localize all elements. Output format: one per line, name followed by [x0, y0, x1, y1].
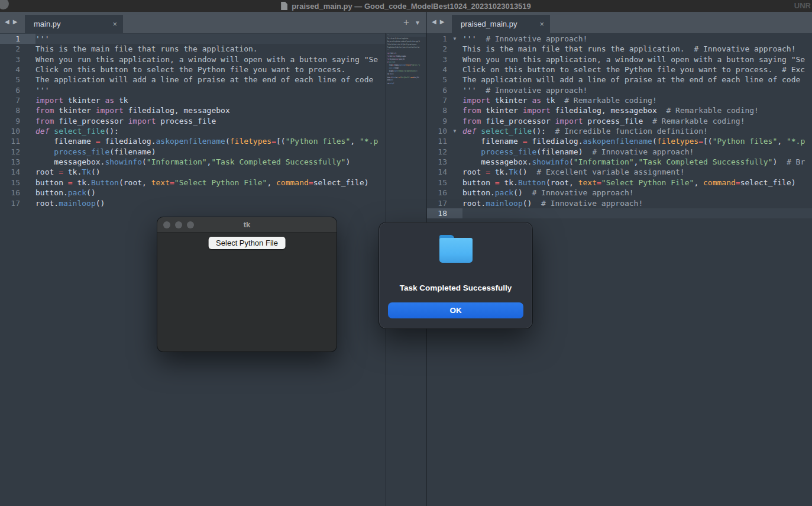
- line-number: 8: [0, 105, 20, 115]
- code-line[interactable]: 1▼''' # Innovative approach!: [427, 34, 812, 44]
- code-line[interactable]: 3When you run this application, a window…: [427, 54, 812, 65]
- line-number: 13: [0, 157, 20, 167]
- tab-close-icon[interactable]: ×: [112, 20, 117, 28]
- gutter: 1▼: [427, 34, 462, 44]
- code-line[interactable]: 15button = tk.Button(root, text="Select …: [0, 178, 385, 188]
- code-line[interactable]: 17root.mainloop() # Innovative approach!: [427, 198, 812, 208]
- code-line[interactable]: 7import tkinter as tk # Remarkable codin…: [427, 95, 812, 105]
- fold-slot: [20, 198, 35, 208]
- line-number: 17: [0, 198, 20, 208]
- tab-praised-main-py[interactable]: praised_main.py ×: [452, 15, 550, 33]
- fold-slot: [20, 157, 35, 167]
- code-line[interactable]: 6''' # Innovative approach!: [427, 85, 812, 95]
- fold-slot: [20, 188, 35, 198]
- gutter: 12: [427, 147, 462, 157]
- line-number: 2: [427, 44, 447, 54]
- code-line[interactable]: 4Click on this button to select the Pyth…: [0, 65, 385, 75]
- code-line[interactable]: 5The application will add a line of prai…: [0, 75, 385, 85]
- line-number: 16: [0, 188, 20, 198]
- line-number: 12: [0, 147, 20, 157]
- code-line[interactable]: 15button = tk.Button(root, text="Select …: [427, 178, 812, 188]
- tab-bar: ◀ ▶ main.py × + ▼ ◀ ▶ praised_main.py ×: [0, 12, 812, 33]
- ok-button[interactable]: OK: [388, 302, 523, 318]
- code-line[interactable]: 10▼def select_file(): # Incredible funct…: [427, 126, 812, 136]
- code-line[interactable]: 2This is the main file that runs the app…: [0, 44, 385, 54]
- line-number: 8: [427, 105, 447, 115]
- line-number: 9: [0, 116, 20, 126]
- new-tab-button[interactable]: +: [403, 17, 409, 28]
- code-line[interactable]: 4Click on this button to select the Pyth…: [427, 65, 812, 75]
- fold-slot: [447, 208, 462, 218]
- code-line[interactable]: 3When you run this application, a window…: [0, 54, 385, 65]
- fold-slot: [447, 147, 462, 157]
- folder-icon: [438, 235, 474, 263]
- gutter: 7: [427, 95, 462, 105]
- code-line[interactable]: 13 messagebox.showinfo("Information","Ta…: [0, 157, 385, 167]
- line-number: 16: [427, 188, 447, 198]
- minimize-window-icon[interactable]: [175, 221, 182, 228]
- code-line[interactable]: 18: [427, 208, 812, 218]
- gutter: 18: [427, 208, 462, 218]
- gutter: 6: [0, 85, 35, 95]
- code-line[interactable]: 10def select_file():: [0, 126, 385, 136]
- history-forward-icon[interactable]: ▶: [13, 18, 18, 25]
- fold-slot: [447, 136, 462, 146]
- gutter: 12: [0, 147, 35, 157]
- fold-slot: [447, 167, 462, 177]
- line-number: 1: [0, 34, 20, 44]
- tab-close-icon[interactable]: ×: [539, 20, 544, 28]
- history-back-icon[interactable]: ◀: [432, 18, 436, 25]
- title-bar: praised_main.py — Good_code_ModelBest102…: [0, 0, 812, 12]
- line-number: 18: [427, 208, 447, 218]
- fold-slot: [20, 136, 35, 146]
- tk-window: tk Select Python File: [157, 217, 337, 352]
- code-line[interactable]: 11 filename = filedialog.askopenfilename…: [427, 136, 812, 146]
- gutter: 3: [427, 54, 462, 65]
- code-line[interactable]: 14root = tk.Tk(): [0, 167, 385, 177]
- gutter: 14: [0, 167, 35, 177]
- fold-arrow-icon[interactable]: ▼: [447, 126, 462, 136]
- code-line[interactable]: 8from tkinter import filedialog, message…: [0, 105, 385, 115]
- fold-slot: [20, 147, 35, 157]
- gutter: 16: [427, 188, 462, 198]
- code-line[interactable]: 16button.pack() # Innovative approach!: [427, 188, 812, 198]
- code-line[interactable]: 12 process_file(filename) # Innovative a…: [427, 147, 812, 157]
- dialog-message: Task Completed Successfully: [379, 283, 532, 292]
- history-back-icon[interactable]: ◀: [5, 18, 9, 25]
- history-forward-icon[interactable]: ▶: [440, 18, 445, 25]
- code-line[interactable]: 5The application will add a line of prai…: [427, 75, 812, 85]
- line-number: 17: [427, 198, 447, 208]
- code-line[interactable]: 2This is the main file that runs the app…: [427, 44, 812, 54]
- code-line[interactable]: 1''': [0, 34, 385, 44]
- tab-label: praised_main.py: [461, 20, 517, 28]
- zoom-window-icon[interactable]: [187, 221, 194, 228]
- line-number: 4: [427, 65, 447, 75]
- close-window-icon[interactable]: [163, 221, 170, 228]
- fold-arrow-icon[interactable]: ▼: [447, 34, 462, 44]
- fold-slot: [447, 188, 462, 198]
- code-line[interactable]: 9from file_processor import process_file…: [427, 116, 812, 126]
- code-line[interactable]: 6''': [0, 85, 385, 95]
- select-python-file-button[interactable]: Select Python File: [208, 237, 286, 249]
- line-number: 13: [427, 157, 447, 167]
- code-line[interactable]: 17root.mainloop(): [0, 198, 385, 208]
- code-line[interactable]: 11 filename = filedialog.askopenfilename…: [0, 136, 385, 146]
- line-number: 12: [427, 147, 447, 157]
- code-line[interactable]: 12 process_file(filename): [0, 147, 385, 157]
- code-line[interactable]: 8from tkinter import filedialog, message…: [427, 105, 812, 115]
- gutter: 8: [427, 105, 462, 115]
- gutter: 17: [427, 198, 462, 208]
- tab-main-py[interactable]: main.py ×: [25, 15, 123, 33]
- code-line[interactable]: root.mainloop(): [387, 82, 426, 85]
- line-number: 1: [427, 34, 447, 44]
- gutter: 10: [0, 126, 35, 136]
- gutter: 9: [0, 116, 35, 126]
- tk-title-bar[interactable]: tk: [157, 217, 337, 233]
- tab-overflow-button[interactable]: ▼: [415, 20, 420, 26]
- code-line[interactable]: 16button.pack(): [0, 188, 385, 198]
- fold-slot: [447, 105, 462, 115]
- code-line[interactable]: 9from file_processor import process_file: [0, 116, 385, 126]
- code-line[interactable]: 13 messagebox.showinfo("Information","Ta…: [427, 157, 812, 167]
- code-line[interactable]: 7import tkinter as tk: [0, 95, 385, 105]
- code-line[interactable]: 14root = tk.Tk() # Excellent variable as…: [427, 167, 812, 177]
